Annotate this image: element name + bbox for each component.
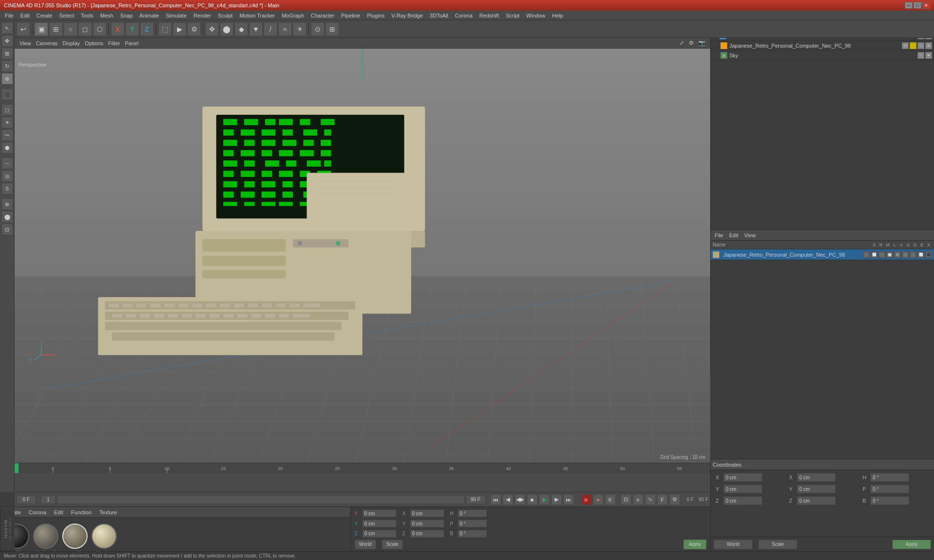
f-curve-button[interactable]: F (657, 494, 668, 505)
vp-view-menu[interactable]: View (18, 40, 33, 47)
mat-ctrl-7[interactable]: ○ (910, 251, 916, 258)
menu-sculpt[interactable]: Sculpt (215, 12, 236, 19)
end-frame-input[interactable] (466, 495, 485, 504)
polygon-mode-button[interactable]: ⬡ (93, 22, 107, 36)
world-dropdown[interactable]: World (355, 540, 376, 549)
keyboard-material[interactable]: Keyboard (33, 524, 58, 555)
light-obj-button[interactable]: ☀ (1, 117, 13, 128)
y-position-input[interactable] (723, 485, 762, 493)
move-button[interactable]: ✥ (1, 35, 13, 47)
symmetry-btn[interactable]: ⊡ (1, 224, 13, 235)
spline-obj-button[interactable]: 〜 (1, 129, 13, 141)
vp-camera-icon[interactable]: 📷 (697, 39, 707, 47)
render-region-button[interactable]: ⬚ (158, 22, 172, 36)
menu-file[interactable]: File (2, 12, 17, 19)
menu-pipeline[interactable]: Pipeline (338, 12, 363, 19)
mat-corona-tab[interactable]: Corona (26, 509, 49, 516)
timeline-content[interactable] (15, 473, 710, 492)
point-mode-button[interactable]: ○ (64, 22, 77, 36)
vp-options-menu[interactable]: Options (83, 40, 105, 47)
y2-coord-field[interactable] (410, 520, 444, 527)
maximize-button[interactable]: □ (914, 2, 921, 9)
x-position-input[interactable] (723, 473, 762, 482)
motion-clip-button[interactable]: ⊡ (621, 494, 631, 505)
measure-tool[interactable]: ◎ (1, 170, 13, 182)
paint-tool[interactable]: ◆ (234, 22, 248, 36)
x-axis-button[interactable]: X (111, 22, 125, 36)
menu-plugins[interactable]: Plugins (364, 12, 387, 19)
mat-pc-row[interactable]: Japanese_Retro_Personal_Computer_Nec_PC_… (711, 249, 934, 260)
menu-redshift[interactable]: Redshift (476, 12, 502, 19)
brush-tool[interactable]: ⬤ (220, 22, 234, 36)
world-button[interactable]: World (714, 540, 753, 549)
apply-coord-button[interactable]: Apply (683, 540, 706, 549)
y2-position-input[interactable] (797, 485, 836, 493)
play-settings-button[interactable]: ⚙ (669, 494, 680, 505)
auto-key-button[interactable]: ● (593, 494, 604, 505)
sky-lock-icon[interactable]: ○ (917, 52, 924, 59)
apply-button[interactable]: Apply (892, 540, 931, 549)
z2-position-input[interactable] (797, 496, 836, 505)
frame-slider[interactable] (57, 495, 465, 504)
knife-tool[interactable]: / (264, 22, 277, 36)
menu-mograph[interactable]: MoGraph (279, 12, 307, 19)
grid-tool[interactable]: ⊞ (325, 22, 339, 36)
h-input[interactable] (870, 473, 909, 482)
menu-script[interactable]: Script (503, 12, 522, 19)
mat-ctrl-8[interactable]: ⬜ (917, 251, 924, 258)
menu-motion-tracker[interactable]: Motion Tracker (236, 12, 278, 19)
p-coord-field[interactable] (458, 520, 487, 527)
texture-mode-button[interactable]: ⊞ (49, 22, 63, 36)
mat-ctrl-1[interactable]: ○ (863, 251, 870, 258)
menu-render[interactable]: Render (191, 12, 214, 19)
mat-ctrl-2[interactable]: ⬜ (871, 251, 878, 258)
play-reverse-button[interactable]: ◀▶ (515, 494, 525, 505)
deform-button[interactable]: ⬟ (1, 142, 13, 154)
menu-3dtoall[interactable]: 3DToAll (427, 12, 451, 19)
camera-tool[interactable]: ⊙ (311, 22, 324, 36)
h-coord-field[interactable] (458, 509, 487, 517)
mat-ctrl-3[interactable]: ○ (879, 251, 885, 258)
menu-simulate[interactable]: Simulate (163, 12, 190, 19)
prev-frame-button[interactable]: ◀ (503, 494, 513, 505)
close-button[interactable]: ✕ (922, 2, 930, 9)
obj-sky-row[interactable]: S Sky ○ ● (711, 51, 934, 60)
menu-vray[interactable]: V-Ray Bridge (389, 12, 426, 19)
mat-view-menu[interactable]: View (742, 232, 758, 239)
select-object-button[interactable]: ↖ (1, 22, 13, 34)
vp-panel-menu[interactable]: Panel (123, 40, 141, 47)
edge-mode-button[interactable]: ◻ (78, 22, 92, 36)
x2-position-input[interactable] (797, 473, 836, 482)
scene-area[interactable]: X Y Z Perspective Grid Spacing : 10 cm (15, 49, 710, 463)
curve-editor-button[interactable]: ∿ (645, 494, 656, 505)
minimize-button[interactable]: ─ (905, 2, 913, 9)
vp-display-menu[interactable]: Display (60, 40, 82, 47)
b-input[interactable] (870, 496, 909, 505)
key-all-button[interactable]: K (605, 494, 616, 505)
menu-window[interactable]: Window (523, 12, 548, 19)
vp-expand-icon[interactable]: ⤢ (678, 39, 686, 47)
z-position-input[interactable] (723, 496, 762, 505)
mat-ctrl-5[interactable]: ⊞ (894, 251, 901, 258)
mat-file-menu[interactable]: File (713, 232, 725, 239)
menu-corona[interactable]: Corona (452, 12, 475, 19)
menu-edit[interactable]: Edit (18, 12, 33, 19)
render-settings-button[interactable]: ⚙ (187, 22, 201, 36)
timeline-window-button[interactable]: ≡ (633, 494, 644, 505)
menu-tools[interactable]: Tools (78, 12, 96, 19)
line-tool-left[interactable]: ─ (1, 158, 13, 169)
mat-ctrl-6[interactable]: ◻ (902, 251, 909, 258)
texture-paint-btn[interactable]: ⊛ (1, 198, 13, 210)
mat-ctrl-9[interactable]: ⬛ (925, 251, 932, 258)
b-coord-field[interactable] (458, 530, 487, 538)
mat-function-tab[interactable]: Function (68, 509, 94, 516)
z-coord-field[interactable] (362, 530, 396, 538)
sculpt-paint-btn[interactable]: ⬤ (1, 211, 13, 223)
scale-button[interactable]: ⊞ (1, 48, 13, 59)
mat-ctrl-4[interactable]: ⬤ (886, 251, 893, 258)
vp-cameras-menu[interactable]: Cameras (34, 40, 60, 47)
smooth-tool[interactable]: ≈ (278, 22, 292, 36)
menu-character[interactable]: Character (308, 12, 337, 19)
menu-help[interactable]: Help (549, 12, 566, 19)
move-tool[interactable]: ✥ (205, 22, 219, 36)
